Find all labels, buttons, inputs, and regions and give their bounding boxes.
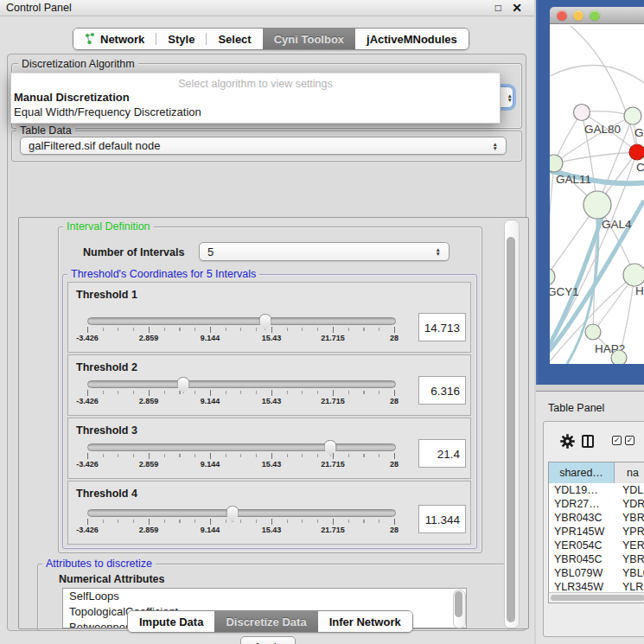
slider-tick-label: 9.144: [201, 397, 220, 405]
float-icon[interactable]: □: [495, 0, 501, 16]
table-data-combobox-value: galFiltered.sif default node: [29, 139, 160, 152]
gear-icon[interactable]: [560, 434, 575, 452]
table-cell-name[interactable]: YBR0: [615, 552, 644, 566]
tab-cyni-toolbox[interactable]: Cyni Toolbox: [263, 29, 355, 49]
control-panel-window: Control Panel □ ✕ NetworkStyleSelectCyni…: [0, 0, 534, 644]
slider-tick-label: 28: [390, 460, 399, 469]
close-icon[interactable]: ✕: [512, 0, 522, 16]
table-row[interactable]: YBL079WYBL0: [549, 566, 644, 580]
table-row[interactable]: YDR27…YDR2: [549, 497, 644, 511]
column-header-name[interactable]: na: [615, 462, 644, 483]
table-header-row: shared… na: [549, 462, 644, 484]
table-data-combobox[interactable]: galFiltered.sif default node ▲▼: [20, 137, 507, 155]
tab-select[interactable]: Select: [207, 29, 262, 49]
apply-button[interactable]: Apply: [240, 636, 296, 644]
slider-major-tick: [394, 390, 395, 396]
algorithm-option-equal-width-frequency-discretization[interactable]: Equal Width/Frequency Discretization: [14, 105, 201, 118]
column-split-icon[interactable]: [582, 435, 594, 448]
thresholds-group-title: Threshold's Coordinates for 5 Intervals: [67, 268, 259, 280]
slider-track[interactable]: [87, 443, 396, 451]
combo-stepper-icon: ▲▼: [436, 247, 441, 256]
table-panel-title: Table Panel: [548, 402, 604, 414]
bottom-tab-impute-data[interactable]: Impute Data: [128, 611, 214, 632]
control-panel-title: Control Panel: [6, 2, 72, 14]
table-cell-name[interactable]: YPR1: [615, 525, 644, 539]
number-of-intervals-value: 5: [207, 245, 214, 258]
table-cell-name[interactable]: YER0: [615, 539, 644, 552]
table-cell-shared-name[interactable]: YDR27…: [549, 497, 615, 511]
slider-minor-ticks: [87, 520, 394, 523]
algorithm-option-manual-discretization[interactable]: Manual Discretization: [14, 91, 130, 104]
network-node-gal4[interactable]: [583, 191, 611, 219]
slider-tick-label: 2.859: [139, 334, 159, 342]
network-node-gal11[interactable]: [550, 155, 563, 172]
slider-major-tick: [210, 327, 211, 333]
table-cell-shared-name[interactable]: YBR043C: [549, 511, 615, 525]
threshold-slider-1[interactable]: -3.4262.8599.14415.4321.71528: [87, 316, 394, 345]
table-row[interactable]: YER054CYER0: [549, 539, 644, 552]
tab-style[interactable]: Style: [156, 29, 206, 49]
table-row[interactable]: YPR145WYPR1: [549, 525, 644, 539]
table-row[interactable]: YBR045CYBR0: [549, 552, 644, 566]
slider-major-tick: [333, 327, 334, 333]
network-node[interactable]: [611, 350, 627, 364]
threshold-panel-4: Threshold 4-3.4262.8599.14415.4321.71528…: [67, 481, 471, 545]
network-canvas[interactable]: GAL80GACGAL11GAL4GCY1HHAP2: [550, 24, 644, 364]
bottom-tab-discretize-data[interactable]: Discretize Data: [214, 611, 317, 632]
table-cell-name[interactable]: YDL1: [615, 483, 644, 497]
threshold-slider-3[interactable]: -3.4262.8599.14415.4321.71528: [87, 442, 394, 471]
slider-track[interactable]: [87, 380, 396, 388]
table-cell-name[interactable]: YBL0: [615, 566, 644, 580]
slider-major-tick: [394, 327, 395, 333]
network-node-gcy1[interactable]: [550, 268, 555, 285]
slider-track[interactable]: [87, 509, 396, 517]
threshold-value-field[interactable]: 6.316: [418, 376, 466, 405]
close-traffic-light[interactable]: [557, 10, 567, 21]
network-node-ga[interactable]: [624, 107, 641, 124]
slider-major-tick: [149, 519, 150, 525]
attributes-group-title: Attributes to discretize: [42, 558, 156, 570]
threshold-panel-1: Threshold 1-3.4262.8599.14415.4321.71528…: [67, 282, 471, 353]
column-header-shared-name[interactable]: shared…: [549, 462, 615, 483]
slider-track[interactable]: [87, 317, 396, 325]
number-of-intervals-combobox[interactable]: 5 ▲▼: [199, 242, 450, 261]
slider-tick-label: 2.859: [139, 397, 159, 405]
table-row[interactable]: YDL19…YDL1: [549, 483, 644, 497]
slider-major-tick: [271, 453, 272, 459]
slider-tick-label: 2.859: [139, 460, 159, 469]
slider-major-tick: [149, 327, 150, 333]
network-node-gal80[interactable]: [574, 105, 590, 121]
zoom-traffic-light[interactable]: [590, 10, 600, 21]
threshold-slider-4[interactable]: -3.4262.8599.14415.4321.71528: [87, 507, 394, 537]
network-node-hap2[interactable]: [585, 324, 601, 340]
threshold-value-field[interactable]: 14.713: [418, 313, 466, 341]
table-cell-name[interactable]: YDR2: [615, 497, 644, 511]
settings-vertical-scrollbar[interactable]: [504, 220, 520, 628]
table-cell-shared-name[interactable]: YDL19…: [549, 483, 615, 497]
network-node-h[interactable]: [623, 264, 644, 286]
table-cell-shared-name[interactable]: YBL079W: [549, 566, 615, 580]
threshold-value-field[interactable]: 21.4: [418, 439, 466, 468]
threshold-slider-2[interactable]: -3.4262.8599.14415.4321.71528: [87, 379, 394, 408]
table-horizontal-scrollbar[interactable]: [549, 592, 644, 603]
checkbox-checked-icon[interactable]: ✓: [625, 436, 634, 445]
bottom-tab-infer-network[interactable]: Infer Network: [318, 611, 412, 632]
slider-minor-ticks: [87, 391, 394, 394]
tab-network[interactable]: Network: [73, 29, 156, 49]
table-row[interactable]: YBR043CYBR0: [549, 511, 644, 525]
table-cell-shared-name[interactable]: YPR145W: [549, 525, 615, 539]
table-cell-name[interactable]: YBR0: [615, 511, 644, 525]
slider-tick-label: -3.426: [76, 526, 99, 534]
minimize-traffic-light[interactable]: [573, 10, 583, 21]
network-window-titlebar[interactable]: [550, 7, 644, 24]
table-cell-shared-name[interactable]: YBR045C: [549, 552, 615, 566]
attribute-item-selfloops[interactable]: SelfLoops: [63, 589, 466, 604]
tab-jactivemnodules[interactable]: jActiveMNodules: [355, 29, 469, 49]
network-node-c[interactable]: [629, 144, 644, 160]
table-cell-shared-name[interactable]: YER054C: [549, 539, 615, 552]
slider-major-tick: [87, 453, 88, 459]
threshold-value-field[interactable]: 11.344: [418, 505, 466, 533]
attributes-list-scrollbar[interactable]: [453, 590, 466, 628]
checkbox-checked-icon[interactable]: ✓: [612, 436, 622, 445]
slider-major-tick: [333, 453, 334, 459]
